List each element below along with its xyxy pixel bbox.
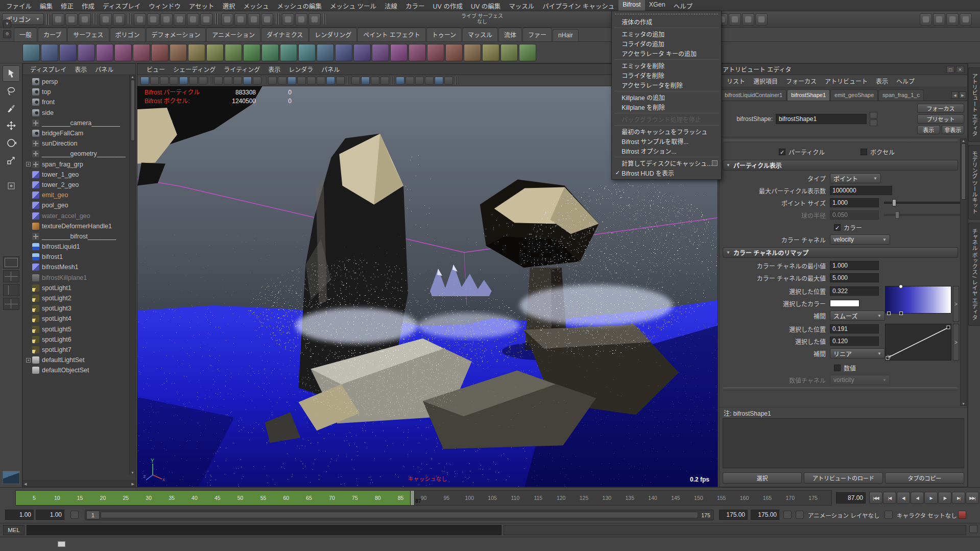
select-tool-button[interactable] [3,65,20,82]
layout-persp-outliner-button[interactable] [3,471,20,484]
outliner-item[interactable]: pool_geo [23,200,135,210]
shelf-icon[interactable] [206,44,224,61]
interpolation-dropdown[interactable]: スムーズ ▼ [830,310,885,321]
shelf-icon[interactable] [482,44,499,61]
ae-menu-表示[interactable]: 表示 [872,77,892,85]
scroll-thumb[interactable] [961,143,966,200]
node-name-field[interactable] [776,114,867,124]
shelf-icon[interactable] [151,44,169,61]
statusline-icon[interactable] [221,13,233,26]
shelf-tab-nHair[interactable]: nHair [553,29,579,41]
viewport-toolbar-icon[interactable] [199,77,207,85]
outliner-item[interactable]: side [23,108,135,118]
shelf-tab-menu-icon[interactable]: ▼ [3,20,11,28]
toolbar-grip[interactable] [323,13,327,25]
menu-item[interactable]: エミッタを削除 [612,61,721,70]
playback-start-field[interactable] [36,510,64,520]
viewport-toolbar-icon[interactable] [160,77,169,85]
viewport-toolbar-icon[interactable] [233,77,242,85]
type-dropdown[interactable]: ポイント ▼ [830,173,881,183]
menu-修正[interactable]: 修正 [57,0,78,11]
paint-select-tool-button[interactable] [3,100,20,116]
statusline-icon[interactable] [100,13,112,26]
select-button[interactable]: 選択 [723,472,802,484]
color-gradient-ramp[interactable] [885,286,951,314]
shelf-icon[interactable] [280,44,297,61]
menu-選択[interactable]: 選択 [218,0,239,11]
menu-ウィンドウ[interactable]: ウィンドウ [145,0,185,11]
viewport-toolbar-icon[interactable] [224,77,232,85]
menu-メッシュ ツール[interactable]: メッシュ ツール [326,0,380,11]
viewport-toolbar-icon[interactable] [361,77,370,85]
outliner-menu-ディスプレイ[interactable]: ディスプレイ [26,65,70,74]
load-attributes-button[interactable]: アトリビュートのロード [804,472,883,484]
shelf-tab-ポリゴン[interactable]: ポリゴン [110,28,146,41]
tab-scroll-left-icon[interactable]: ◀ [951,91,959,99]
ae-menu-アトリビュート[interactable]: アトリビュート [821,77,872,85]
animation-start-field[interactable] [5,510,34,520]
ae-tab-span_frag_1_c[interactable]: span_frag_1_c [878,89,924,101]
copy-tab-button[interactable]: タブのコピー [885,472,964,484]
menu-メッシュの編集[interactable]: メッシュの編集 [273,0,326,11]
go-to-end-button[interactable]: ▶▶| [966,492,979,504]
shelf-icon[interactable] [390,44,408,61]
scroll-down-icon[interactable]: ▼ [131,471,134,474]
viewport-toolbar-icon[interactable] [351,77,360,85]
shelf-icon[interactable] [317,44,334,61]
scale-tool-button[interactable] [3,152,20,169]
statusline-icon[interactable] [65,13,78,26]
statusline-icon[interactable] [200,13,212,26]
statusline-icon[interactable] [79,13,91,26]
shelf-tab-カーブ[interactable]: カーブ [38,28,67,41]
outliner-item[interactable]: bifrost1 [23,252,135,262]
ramp-key-square[interactable] [887,312,891,315]
shelf-tab-ペイント エフェクト[interactable]: ペイント エフェクト [357,28,425,41]
outliner-item[interactable]: defaultObjectSet [23,365,135,375]
statusline-icon[interactable] [52,13,64,26]
scroll-right-icon[interactable]: ▶ [132,482,134,486]
viewport-menu-シェーディング[interactable]: シェーディング [169,65,220,74]
outliner-item[interactable]: spotLight2 [23,293,135,303]
menu-法線[interactable]: 法線 [380,0,401,11]
menu-XGen[interactable]: XGen [645,0,670,11]
shelf-tab-流体[interactable]: 流体 [498,28,522,41]
shelf-icon[interactable] [243,44,260,61]
focus-button[interactable]: フォーカス [917,104,964,113]
shelf-icon[interactable] [59,44,77,61]
last-tool-button[interactable] [3,178,20,194]
ae-menu-選択項目[interactable]: 選択項目 [749,77,782,85]
viewport-toolbar-icon[interactable] [435,77,443,85]
scroll-left-icon[interactable]: ◀ [24,482,27,486]
ae-menu-リスト[interactable]: リスト [723,77,749,85]
option-box-icon[interactable] [712,160,718,166]
outliner-item[interactable]: ________camera________ [23,118,135,128]
selected-value-field[interactable] [830,337,879,346]
attribute-scrollbar[interactable]: ▲ ▼ [960,138,967,406]
viewport-toolbar-icon[interactable] [307,77,316,85]
ramp-key-circle[interactable] [899,284,903,289]
outliner-item[interactable]: water_accel_geo [23,210,135,221]
max-particle-field[interactable] [830,186,892,195]
rotate-tool-button[interactable] [3,135,20,151]
shelf-icon[interactable] [225,44,242,61]
shelf-icon[interactable] [445,44,463,61]
scroll-up-icon[interactable]: ▲ [131,75,134,79]
scroll-down-icon[interactable]: ▼ [962,402,965,405]
viewport-toolbar-icon[interactable] [140,77,149,85]
playback-options-icon[interactable] [783,511,792,519]
ae-tab-bifrostShape1[interactable]: bifrostShape1 [787,89,830,101]
shelf-icon[interactable] [353,44,371,61]
side-tab-チャネル ボックス / レイヤ エディタ[interactable]: チャネル ボックス / レイヤ エディタ [968,223,980,326]
selected-color-swatch[interactable] [830,300,859,307]
viewport-toolbar-icon[interactable] [243,77,252,85]
scroll-up-icon[interactable]: ▲ [962,139,965,142]
shelf-tab-サーフェス[interactable]: サーフェス [67,28,109,41]
shelf-tab-ダイナミクス[interactable]: ダイナミクス [261,28,308,41]
menu-マッスル[interactable]: マッスル [505,0,538,11]
toolbar-grip[interactable] [276,13,279,25]
menu-item[interactable]: コライダの追加 [612,39,721,49]
statusline-icon[interactable] [755,13,768,26]
menu-カラー[interactable]: カラー [401,0,429,11]
statusline-icon[interactable] [282,13,294,26]
selected-position-field-2[interactable] [830,324,879,333]
